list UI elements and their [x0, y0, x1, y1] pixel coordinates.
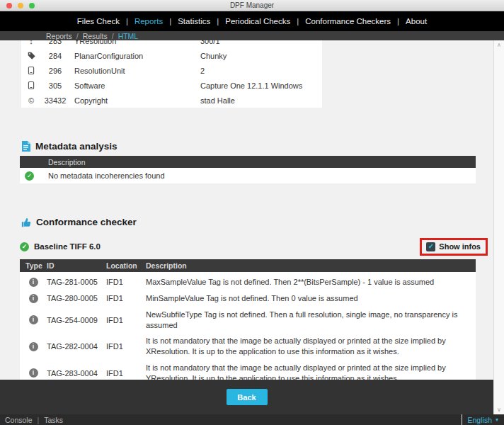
show-infos-checkbox[interactable]: ✓	[426, 242, 435, 251]
rule-id: TAG-283-0004	[47, 369, 106, 378]
rule-id: TAG-281-0005	[47, 278, 106, 286]
rule-description: NewSubfileType Tag is not defined. Then …	[146, 310, 476, 331]
nav-separator: |	[125, 17, 130, 26]
profile-name: Baseline TIFF 6.0	[34, 242, 101, 251]
tag-value: Capture One 12.1.1 Windows	[200, 81, 322, 90]
rule-id: TAG-254-0009	[47, 316, 106, 324]
breadcrumb-results[interactable]: Results	[83, 32, 108, 40]
metadata-table-header: Description	[20, 156, 476, 168]
nav-reports[interactable]: Reports	[130, 17, 168, 26]
tag-value: Chunky	[200, 52, 322, 60]
tag-id: 284	[41, 52, 69, 60]
language-selector[interactable]: English ▾	[462, 414, 504, 425]
language-value: English	[468, 416, 492, 424]
table-row: © 33432 Copyright stad Halle	[21, 93, 322, 108]
tag-id: 305	[41, 81, 69, 90]
table-row: 296 ResolutionUnit 2	[21, 63, 322, 78]
info-icon: i	[20, 294, 47, 303]
rule-location: IFD1	[106, 278, 146, 286]
tag-name: Copyright	[69, 96, 200, 105]
tag-name: ResolutionUnit	[69, 67, 200, 75]
info-glyph: i	[29, 294, 38, 303]
nav-separator: |	[168, 17, 173, 26]
tag-name: YResolution	[69, 40, 200, 45]
breadcrumb-html[interactable]: HTML	[118, 32, 139, 40]
close-window-button[interactable]	[6, 3, 12, 8]
section-title: Metadata analysis	[35, 141, 118, 152]
rule-description: It is not mandatory that the image be ac…	[146, 336, 476, 357]
console-toggle[interactable]: Console	[0, 416, 38, 424]
section-title: Conformance checker	[36, 217, 137, 227]
tag-name: PlanarConfiguration	[69, 52, 200, 60]
window-title: DPF Manager	[0, 1, 504, 9]
document-icon	[21, 141, 30, 152]
check-circle-icon: ✓	[20, 242, 29, 251]
info-glyph: i	[29, 368, 38, 378]
info-icon: i	[20, 278, 47, 287]
column-header-description: Description	[146, 261, 476, 270]
tag-id: 296	[41, 67, 69, 75]
nav-about[interactable]: About	[401, 17, 432, 26]
window-controls	[6, 3, 35, 8]
check-circle-icon: ✓	[25, 171, 34, 181]
table-row: i TAG-282-0004 IFD1 It is not mandatory …	[20, 333, 476, 360]
table-row: 305 Software Capture One 12.1.1 Windows	[21, 78, 322, 93]
info-glyph: i	[29, 315, 38, 324]
column-header-location: Location	[106, 261, 146, 270]
rule-id: TAG-280-0005	[47, 294, 106, 302]
report-content: ↕ 283 YResolution 300/1 284 PlanarConfig…	[0, 40, 493, 380]
back-button[interactable]: Back	[227, 389, 268, 405]
minimize-window-button[interactable]	[18, 3, 23, 8]
copyright-icon: ©	[21, 96, 41, 105]
info-glyph: i	[29, 342, 38, 351]
rule-location: IFD1	[106, 294, 146, 302]
window-titlebar: DPF Manager	[0, 0, 504, 11]
rule-description: MinSampleValue Tag is not defined. Then …	[146, 293, 476, 304]
conformance-checker-heading: Conformance checker	[21, 217, 493, 227]
tasks-toggle[interactable]: Tasks	[39, 416, 68, 424]
nav-statistics[interactable]: Statistics	[173, 17, 215, 26]
breadcrumb-separator: /	[72, 32, 83, 40]
updown-arrow-icon: ↕	[21, 40, 41, 45]
conformance-table: i TAG-281-0005 IFD1 MaxSampleValue Tag i…	[20, 272, 476, 380]
info-icon: i	[20, 342, 47, 351]
conformance-profile-row: ✓ Baseline TIFF 6.0 ✓ Show infos	[20, 237, 488, 256]
zoom-window-button[interactable]	[29, 3, 35, 8]
app-window: { "window": { "title": "DPF Manager" }, …	[0, 0, 504, 425]
vertical-scrollbar[interactable]: ∧ ∨	[493, 40, 504, 414]
breadcrumb: Reports / Results / HTML	[0, 31, 504, 40]
info-icon: i	[20, 315, 47, 324]
nav-periodical-checks[interactable]: Periodical Checks	[220, 17, 295, 26]
column-header-id: ID	[47, 261, 106, 270]
tag-id: 283	[41, 40, 69, 45]
thumbs-up-icon	[21, 217, 31, 227]
tag-value: stad Halle	[200, 96, 322, 105]
conformance-table-header: Type ID Location Description	[20, 259, 476, 272]
breadcrumb-reports[interactable]: Reports	[46, 32, 72, 40]
nav-separator: |	[396, 17, 401, 26]
table-row: i TAG-281-0005 IFD1 MaxSampleValue Tag i…	[20, 274, 476, 290]
tag-icon	[21, 52, 41, 60]
nav-conformance-checkers[interactable]: Conformance Checkers	[300, 17, 396, 26]
tag-value: 300/1	[200, 40, 322, 45]
status-left: Console | Tasks	[0, 416, 68, 424]
rule-location: IFD1	[106, 316, 146, 324]
card-icon	[21, 66, 41, 75]
rule-description: MaxSampleValue Tag is not defined. Then …	[146, 277, 476, 288]
table-row: i TAG-280-0005 IFD1 MinSampleValue Tag i…	[20, 290, 476, 307]
table-row: i TAG-254-0009 IFD1 NewSubfileType Tag i…	[20, 307, 476, 334]
show-infos-label: Show infos	[439, 242, 481, 251]
tag-id: 33432	[41, 96, 69, 105]
table-row: 284 PlanarConfiguration Chunky	[21, 48, 322, 63]
rule-location: IFD1	[106, 342, 146, 351]
column-header-type: Type	[20, 261, 47, 270]
tag-name: Software	[69, 81, 200, 90]
rule-description: It is not mandatory that the image be ac…	[146, 363, 476, 380]
scroll-down-icon[interactable]: ∨	[494, 407, 504, 413]
scroll-up-icon[interactable]: ∧	[494, 42, 504, 48]
nav-files-check[interactable]: Files Check	[72, 17, 125, 26]
rule-location: IFD1	[106, 369, 146, 378]
metadata-result-text: No metadata incoherencies found	[48, 171, 165, 180]
chevron-down-icon: ▾	[496, 416, 498, 423]
nav-separator: |	[215, 17, 220, 26]
